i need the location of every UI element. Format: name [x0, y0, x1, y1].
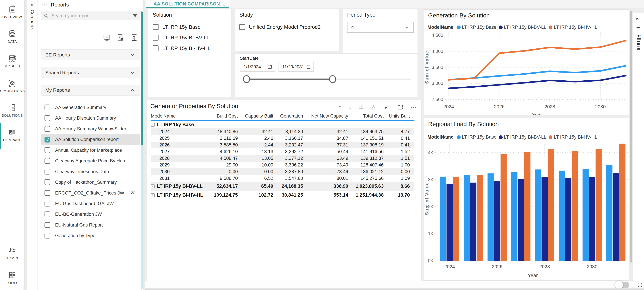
report-item[interactable]: Clearway Timeseries Data — [41, 166, 140, 177]
legend-item[interactable]: LT IRP 15y Base — [457, 134, 496, 140]
report-item[interactable]: ERCOT_CO2_Offtake_Prices JW — [41, 188, 140, 198]
column-header[interactable]: Units Built — [384, 113, 410, 119]
expand-visual-icon[interactable] — [397, 104, 404, 110]
report-item[interactable]: Clearway Aggregate Price By Hub — [41, 156, 140, 166]
column-header[interactable]: Total Cost — [348, 113, 384, 119]
fullscreen-icon[interactable] — [637, 282, 643, 288]
sidebar-item-solutions[interactable]: SOLUTIONS — [0, 103, 24, 118]
display-report-icon[interactable] — [103, 34, 111, 41]
period-type-select[interactable]: 4 — [347, 22, 414, 33]
sidebar-item-simulations[interactable]: SIMULATIONS — [0, 79, 24, 93]
report-item[interactable]: AA Hourly Summary WindowSlider — [41, 124, 140, 134]
column-header[interactable]: Build Cost — [210, 113, 238, 119]
bottom-toggle-switch[interactable] — [616, 282, 629, 288]
checkbox-unchecked[interactable] — [44, 222, 50, 228]
main-scrollbar-thumb[interactable] — [630, 11, 632, 263]
group-hierarchy-icon[interactable] — [370, 104, 377, 110]
more-options-icon[interactable]: ⋯ — [410, 104, 416, 110]
filter-icon[interactable] — [384, 104, 390, 110]
solution-option[interactable]: LT IRP 15y BI-HV-HL — [153, 45, 210, 51]
report-item[interactable]: AA Hourly Dispatch Summary — [41, 113, 140, 123]
report-section-ee-reports[interactable]: EE Reports — [41, 49, 140, 60]
column-header[interactable]: Net New Capacity — [303, 113, 348, 119]
checkbox-unchecked[interactable] — [44, 212, 50, 217]
report-section-my-reports[interactable]: My Reports — [41, 85, 140, 96]
startdate-to-input[interactable]: 11/29/2031 — [278, 62, 314, 72]
collapse-group-icon[interactable]: − — [151, 123, 154, 127]
sort-descending-icon[interactable]: ↓ — [348, 104, 352, 110]
expand-group-icon[interactable]: + — [151, 193, 154, 197]
report-item[interactable]: EU-Natural Gas Report — [41, 220, 140, 230]
reports-scrollbar[interactable] — [141, 11, 143, 290]
report-item[interactable]: AA Generation Summary — [41, 102, 140, 113]
generation-line-chart[interactable]: 2,5003,0003,5004,0004,500202420262028203… — [424, 26, 629, 115]
checkbox-unchecked[interactable] — [153, 35, 158, 40]
collapse-chevrons-icon[interactable]: « — [636, 15, 639, 21]
checkbox-unchecked[interactable] — [44, 147, 50, 153]
checkbox-unchecked[interactable] — [44, 179, 50, 185]
calendar-icon[interactable] — [267, 64, 272, 69]
column-header[interactable]: Capacity Built — [238, 113, 274, 119]
checkbox-unchecked[interactable] — [239, 24, 245, 30]
expand-list-icon[interactable] — [130, 34, 138, 41]
sidebar-item-models[interactable]: MODELS — [0, 54, 24, 68]
checkbox-unchecked[interactable] — [44, 201, 50, 207]
main-vertical-scrollbar[interactable] — [630, 9, 632, 280]
date-range-handle-end[interactable] — [329, 75, 336, 83]
table-row[interactable]: 20253,619.692.463,166.1734.87141,151.510… — [151, 135, 414, 142]
report-item[interactable]: AA Solution Comparison report1 — [41, 134, 140, 145]
solution-option[interactable]: LT IRP 15y Base — [153, 24, 210, 30]
sidebar-item-overview[interactable]: OVERVIEW — [0, 5, 24, 19]
report-item[interactable]: Generation by Type — [41, 230, 140, 241]
table-row[interactable]: 20319,588.706.523,547.6080.01145,275.661… — [151, 175, 414, 182]
report-search-box[interactable] — [41, 11, 140, 20]
report-item[interactable]: Annual Capacity for Marketplace — [41, 145, 140, 156]
horizontal-scrollbar[interactable] — [145, 289, 644, 290]
sidebar-item-data[interactable]: DATA — [0, 29, 24, 44]
sort-ascending-icon[interactable]: ↑ — [338, 104, 342, 110]
column-header[interactable]: ModelName — [151, 113, 210, 119]
checkbox-unchecked[interactable] — [44, 190, 50, 196]
collapse-panel-icon[interactable] — [41, 2, 48, 8]
checkbox-checked[interactable] — [44, 137, 50, 143]
checkbox-unchecked[interactable] — [44, 233, 50, 239]
startdate-from-input[interactable]: 1/1/2024 — [240, 62, 275, 72]
study-option[interactable]: Unified Energy Model Preprod2 — [239, 24, 321, 30]
reports-scrollbar-thumb[interactable] — [141, 11, 143, 145]
sidebar-item-compare[interactable]: COMPARE — [0, 128, 24, 142]
expand-group-icon[interactable]: + — [151, 184, 154, 188]
report-search-input[interactable] — [48, 13, 133, 18]
checkbox-unchecked[interactable] — [153, 45, 158, 51]
report-item[interactable]: Copy of Hackathon_Summary — [41, 177, 140, 188]
date-range-slider[interactable] — [246, 78, 411, 80]
checkbox-unchecked[interactable] — [44, 105, 50, 110]
solution-option[interactable]: LT IRP 15y BI-BV-LL — [153, 35, 210, 40]
sidebar-item-admin[interactable]: ADMIN — [0, 246, 24, 260]
column-header[interactable]: Generation — [274, 113, 303, 119]
table-group-row[interactable]: −LT IRP 15y Base — [151, 121, 414, 128]
report-item[interactable]: EU-BC-Generation JW — [41, 209, 140, 220]
expand-all-icon[interactable]: ⇊ — [358, 104, 364, 110]
search-dropdown-caret[interactable] — [133, 14, 137, 17]
checkbox-unchecked[interactable] — [44, 169, 50, 175]
add-report-icon[interactable] — [116, 34, 124, 41]
compare-collapsed-panel[interactable]: Compare — [27, 0, 37, 290]
filters-collapsed-panel[interactable]: « Filters — [633, 12, 644, 290]
expand-panel-icon[interactable] — [29, 2, 36, 8]
legend-item[interactable]: LT IRP 15y BI-BV-LL — [499, 134, 546, 140]
table-row[interactable]: 20284,508.4713.053,377.1263.49139,312.87… — [151, 155, 414, 162]
regional-load-bar-chart[interactable]: 0K1K2K3K4K2024202620282030YearSum of Val… — [424, 143, 629, 280]
table-row[interactable]: 20274,626.1013.133,292.7250.44141,916.56… — [151, 148, 414, 155]
report-section-shared-reports[interactable]: Shared Reports — [41, 67, 140, 78]
calendar-icon[interactable] — [306, 64, 311, 69]
sidebar-item-tools[interactable]: TOOLS — [0, 271, 24, 285]
checkbox-unchecked[interactable] — [44, 115, 50, 121]
table-group-total-row[interactable]: +LT IRP 15y BI-BV-LL52,634.1765.4924,168… — [151, 182, 414, 191]
table-row[interactable]: 202448,340.8632.413,114.2032.41134,963.7… — [151, 128, 414, 135]
checkbox-unchecked[interactable] — [44, 126, 50, 132]
table-row[interactable]: 20300.000.003,387.8073.49136,021.120.00 — [151, 168, 414, 175]
table-row[interactable]: 202929.0010.003,336.2273.49128,407.461.0… — [151, 162, 414, 168]
date-range-handle-start[interactable] — [243, 75, 250, 83]
table-group-total-row[interactable]: +LT IRP 15y BI-HV-HL109,124.75102.7230,8… — [151, 191, 414, 200]
legend-item[interactable]: LT IRP 15y BI-HV-HL — [549, 134, 597, 140]
